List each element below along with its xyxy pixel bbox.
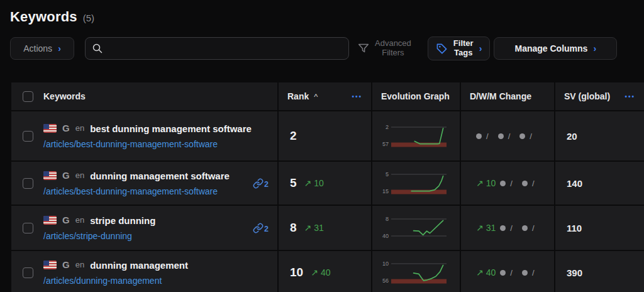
keywords-cell: Gendunning management/articles/dunning-m… bbox=[11, 251, 277, 292]
google-icon: G bbox=[62, 215, 70, 226]
daily-change: ↗40 bbox=[476, 267, 496, 278]
no-change-dot bbox=[522, 225, 528, 231]
chevron-right-icon: › bbox=[593, 44, 596, 53]
language-label: en bbox=[75, 259, 84, 271]
language-label: en bbox=[75, 215, 84, 226]
keyword-url-link[interactable]: /articles/dunning-management bbox=[43, 276, 270, 286]
dwm-separator: / bbox=[510, 268, 513, 278]
keyword-url-link[interactable]: /articles/best-dunning-management-softwa… bbox=[43, 139, 270, 149]
rank-column-menu-icon[interactable]: ••• bbox=[352, 93, 362, 100]
chevron-right-icon: › bbox=[479, 44, 482, 53]
evolution-graph-cell: 840 bbox=[372, 206, 460, 250]
rank-value: 5 bbox=[290, 176, 297, 190]
google-icon: G bbox=[62, 259, 70, 271]
evolution-sparkline: 1056 bbox=[379, 258, 449, 287]
rank-change: ↗10 bbox=[304, 178, 324, 188]
svg-text:5: 5 bbox=[386, 171, 389, 177]
column-header-rank[interactable]: Rank ^ ••• bbox=[279, 82, 371, 110]
search-icon bbox=[92, 43, 103, 54]
advanced-filters-button[interactable]: Advanced Filters bbox=[357, 39, 411, 58]
svg-text:10: 10 bbox=[382, 261, 389, 267]
dwm-separator: / bbox=[530, 132, 532, 141]
column-header-dwm-change[interactable]: D/W/M Change bbox=[461, 82, 554, 110]
dwm-change-cell: ↗40// bbox=[461, 251, 554, 292]
linked-keywords-indicator[interactable]: 2 bbox=[253, 178, 269, 189]
sv-header-label: SV (global) bbox=[564, 91, 610, 101]
keyword-url-link[interactable]: /articles/best-dunning-management-softwa… bbox=[43, 186, 243, 196]
page-header: Keywords (5) bbox=[10, 9, 644, 25]
filter-tags-label: Filter Tags bbox=[453, 39, 474, 58]
table-row: Gendunning management software/articles/… bbox=[11, 162, 644, 205]
arrow-up-right-icon: ↗ bbox=[304, 178, 312, 188]
search-volume-cell: 110 bbox=[555, 206, 644, 250]
rank-value: 10 bbox=[290, 266, 303, 279]
no-change-dot bbox=[476, 133, 482, 139]
no-change-dot bbox=[500, 270, 506, 276]
language-label: en bbox=[75, 123, 84, 134]
row-checkbox[interactable] bbox=[23, 223, 33, 233]
rank-cell: 2 bbox=[279, 111, 371, 160]
google-icon: G bbox=[62, 123, 70, 134]
row-checkbox[interactable] bbox=[23, 178, 33, 189]
link-icon bbox=[253, 178, 264, 189]
toolbar: Actions › Advanced Filters bbox=[10, 36, 644, 60]
no-change-dot bbox=[522, 270, 528, 276]
chevron-right-icon: › bbox=[58, 44, 61, 53]
evolution-header-label: Evolution Graph bbox=[381, 91, 450, 101]
manage-columns-button[interactable]: Manage Columns › bbox=[494, 37, 617, 60]
rank-cell: 10↗40 bbox=[279, 251, 371, 292]
table-header-row: Keywords Rank ^ ••• Evolution Graph D/W/… bbox=[11, 82, 644, 110]
search-volume-cell: 140 bbox=[555, 162, 644, 205]
dwm-change-cell: ↗10// bbox=[461, 162, 554, 205]
table-row: Genstripe dunning/articles/stripe-dunnin… bbox=[11, 206, 644, 250]
sv-column-menu-icon[interactable]: ••• bbox=[625, 93, 635, 100]
keywords-header-label: Keywords bbox=[43, 91, 86, 101]
arrow-up-right-icon: ↗ bbox=[476, 178, 484, 188]
column-header-evolution-graph[interactable]: Evolution Graph bbox=[372, 82, 460, 110]
dwm-separator: / bbox=[508, 132, 511, 141]
google-icon: G bbox=[62, 170, 70, 181]
svg-text:57: 57 bbox=[382, 141, 389, 147]
svg-text:56: 56 bbox=[382, 278, 389, 284]
rank-value: 8 bbox=[290, 221, 297, 235]
link-icon bbox=[253, 223, 264, 233]
table-row: Genbest dunning management software/arti… bbox=[11, 111, 644, 160]
table-body: Genbest dunning management software/arti… bbox=[11, 111, 644, 292]
daily-change: ↗31 bbox=[476, 223, 496, 233]
rank-header-label: Rank bbox=[287, 91, 309, 101]
dwm-separator: / bbox=[532, 179, 535, 188]
rank-value: 2 bbox=[290, 129, 297, 143]
rank-change: ↗40 bbox=[311, 267, 330, 278]
table-row: Gendunning management/articles/dunning-m… bbox=[11, 251, 644, 292]
evolution-sparkline: 840 bbox=[379, 213, 449, 242]
row-checkbox[interactable] bbox=[23, 267, 33, 278]
evolution-graph-cell: 515 bbox=[372, 162, 460, 205]
us-flag-icon bbox=[43, 216, 57, 225]
evolution-sparkline: 257 bbox=[379, 121, 449, 150]
row-checkbox[interactable] bbox=[23, 131, 33, 142]
keyword-text: dunning management bbox=[90, 259, 188, 272]
column-header-sv-global[interactable]: SV (global) ••• bbox=[555, 82, 644, 110]
evolution-graph-cell: 257 bbox=[372, 111, 460, 160]
select-all-checkbox[interactable] bbox=[23, 91, 33, 102]
arrow-up-right-icon: ↗ bbox=[476, 223, 484, 233]
column-header-keywords[interactable]: Keywords bbox=[11, 82, 277, 110]
linked-keywords-indicator[interactable]: 2 bbox=[253, 223, 269, 233]
search-input[interactable] bbox=[108, 43, 342, 53]
filter-tags-button[interactable]: Filter Tags › bbox=[428, 36, 490, 60]
sort-ascending-icon: ^ bbox=[314, 92, 318, 101]
dwm-separator: / bbox=[510, 223, 513, 233]
language-label: en bbox=[75, 170, 84, 181]
arrow-up-right-icon: ↗ bbox=[311, 267, 318, 278]
search-box[interactable] bbox=[85, 37, 349, 60]
sv-value: 390 bbox=[567, 267, 582, 278]
dwm-change-cell: ↗31// bbox=[461, 206, 554, 250]
us-flag-icon bbox=[43, 261, 57, 269]
sv-value: 20 bbox=[567, 131, 577, 142]
keywords-cell: Genbest dunning management software/arti… bbox=[11, 111, 277, 160]
keyword-url-link[interactable]: /articles/stripe-dunning bbox=[43, 231, 243, 241]
actions-label: Actions bbox=[23, 43, 52, 53]
no-change-dot bbox=[498, 133, 504, 139]
daily-change: ↗10 bbox=[476, 178, 496, 188]
actions-button[interactable]: Actions › bbox=[10, 37, 74, 60]
